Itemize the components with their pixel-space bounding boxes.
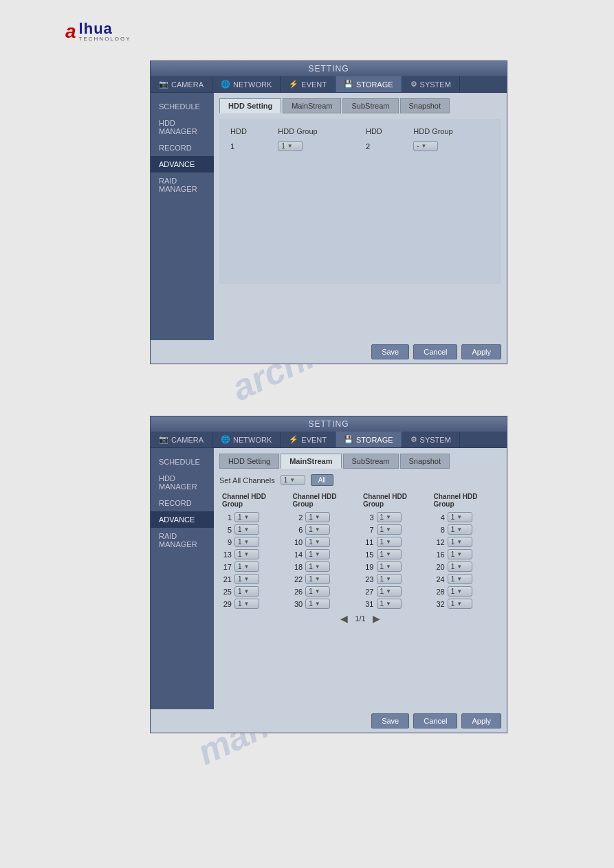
channel-dropdown-26[interactable]: 1 ▼ [305,586,330,597]
sidebar-hdd-manager[interactable]: HDD MANAGER [151,115,214,140]
channel-dropdown-24[interactable]: 1 ▼ [448,574,472,584]
nav2-event-label: EVENT [301,436,327,444]
channel-dropdown-31[interactable]: 1 ▼ [377,599,402,609]
dropdown-arrow-ch7: ▼ [386,526,391,533]
group1-dropdown[interactable]: 1 ▼ [272,138,360,154]
channel-dropdown-27[interactable]: 1 ▼ [377,586,402,597]
tab-snapshot[interactable]: Snapshot [400,98,450,113]
ch-header-4: Channel HDD Group [431,491,502,509]
channel-dropdown-29[interactable]: 1 ▼ [234,599,259,609]
channel-dropdown-30[interactable]: 1 ▼ [305,599,330,609]
channel-dropdown-16[interactable]: 1 ▼ [448,549,472,559]
next-page-button[interactable]: ▶ [373,613,380,624]
channel-dropdown-32[interactable]: 1 ▼ [448,599,472,609]
nav-network[interactable]: 🌐 NETWORK [212,76,281,92]
panel-1-title: SETTING [151,61,507,76]
apply-button[interactable]: Apply [461,344,501,359]
channel-dropdown-22[interactable]: 1 ▼ [305,574,330,584]
channel-cell-1: 1 1 ▼ [219,512,288,522]
channel-dropdown-12[interactable]: 1 ▼ [448,537,472,547]
channel-dropdown-21[interactable]: 1 ▼ [234,574,259,584]
tab-hdd-setting[interactable]: HDD Setting [219,98,281,113]
panel-1-content: SCHEDULE HDD MANAGER RECORD ADVANCE RAID… [151,93,507,340]
nav2-event[interactable]: ⚡ EVENT [281,432,336,447]
channel-dropdown-17[interactable]: 1 ▼ [234,561,259,572]
save2-button[interactable]: Save [371,713,409,728]
prev-page-button[interactable]: ◀ [340,613,348,624]
sidebar2-schedule[interactable]: SCHEDULE [151,454,214,470]
nav2-storage[interactable]: 💾 STORAGE [336,432,402,447]
channel-dropdown-1[interactable]: 1 ▼ [234,512,259,522]
dropdown-arrow: ▼ [287,143,293,149]
channel-dropdown-4[interactable]: 1 ▼ [448,512,472,522]
page-indicator: 1/1 [355,614,365,623]
sidebar2-hdd-manager[interactable]: HDD MANAGER [151,470,214,495]
channel-num-21: 21 [219,575,232,583]
cancel-button[interactable]: Cancel [413,344,457,359]
sidebar-record[interactable]: RECORD [151,140,214,156]
channel-dropdown-9[interactable]: 1 ▼ [234,537,259,547]
channel-dropdown-18[interactable]: 1 ▼ [305,561,330,572]
sidebar2-record[interactable]: RECORD [151,495,214,511]
tab-mainstream[interactable]: MainStream [283,98,341,113]
apply2-button[interactable]: Apply [461,713,501,728]
hdd1-val: 1 [225,138,272,154]
channel-cell-2: 2 1 ▼ [290,512,359,522]
channel-dropdown-25[interactable]: 1 ▼ [234,586,259,597]
sidebar2-advance[interactable]: ADVANCE [151,511,214,528]
all-button[interactable]: All [311,474,333,486]
channel-dropdown-13[interactable]: 1 ▼ [234,549,259,559]
channel-dropdown-15[interactable]: 1 ▼ [377,549,402,559]
channel-dropdown-20[interactable]: 1 ▼ [448,561,472,572]
channel-val-13: 1 [238,550,242,558]
nav-system[interactable]: ⚙ SYSTEM [402,76,460,92]
save-button[interactable]: Save [371,344,409,359]
channel-val-5: 1 [238,526,242,533]
cancel2-button[interactable]: Cancel [413,713,457,728]
set-all-value: 1 [284,476,288,484]
nav2-system[interactable]: ⚙ SYSTEM [402,432,460,447]
logo-main: lhua [79,21,131,36]
tab2-hdd-setting[interactable]: HDD Setting [219,454,279,469]
tab-substream[interactable]: SubStream [342,98,398,113]
nav2-camera-label: CAMERA [171,436,204,444]
channel-cell-19: 19 1 ▼ [362,561,430,572]
channel-cell-17: 17 1 ▼ [219,561,288,572]
channel-dropdown-28[interactable]: 1 ▼ [448,586,472,597]
channel-val-1: 1 [238,513,242,521]
channel-dropdown-6[interactable]: 1 ▼ [305,524,330,535]
tab2-snapshot[interactable]: Snapshot [400,454,450,469]
channel-dropdown-23[interactable]: 1 ▼ [377,574,402,584]
group2-dropdown[interactable]: - ▼ [408,138,496,154]
set-all-dropdown[interactable]: 1 ▼ [281,475,305,485]
sidebar-schedule[interactable]: SCHEDULE [151,98,214,115]
sidebar-advance[interactable]: ADVANCE [151,156,214,173]
tab2-substream[interactable]: SubStream [343,454,399,469]
panel-2: SETTING 📷 CAMERA 🌐 NETWORK ⚡ EVENT 💾 STO… [150,416,507,733]
dropdown-arrow-ch28: ▼ [457,588,462,594]
sidebar2-raid-manager[interactable]: RAID MANAGER [151,528,214,553]
nav2-storage-label: STORAGE [356,436,393,444]
channel-dropdown-19[interactable]: 1 ▼ [377,561,402,572]
channel-dropdown-8[interactable]: 1 ▼ [448,524,472,535]
channel-dropdown-5[interactable]: 1 ▼ [234,524,259,535]
channel-dropdown-11[interactable]: 1 ▼ [377,537,402,547]
channel-num-8: 8 [432,526,445,534]
channel-cell-4: 4 1 ▼ [432,512,501,522]
nav-camera[interactable]: 📷 CAMERA [151,76,212,92]
channel-num-12: 12 [432,538,445,546]
channel-dropdown-7[interactable]: 1 ▼ [377,524,402,535]
channel-dropdown-14[interactable]: 1 ▼ [305,549,330,559]
channel-dropdown-3[interactable]: 1 ▼ [377,512,402,522]
dropdown-arrow-ch25: ▼ [244,588,250,594]
nav2-network[interactable]: 🌐 NETWORK [212,432,281,447]
nav-storage[interactable]: 💾 STORAGE [336,76,402,92]
sidebar-raid-manager[interactable]: RAID MANAGER [151,173,214,197]
nav2-camera[interactable]: 📷 CAMERA [151,432,212,447]
channel-cell-6: 6 1 ▼ [290,524,359,535]
channel-dropdown-10[interactable]: 1 ▼ [305,537,330,547]
nav-event[interactable]: ⚡ EVENT [281,76,336,92]
tab2-mainstream[interactable]: MainStream [281,454,341,469]
nav-event-label: EVENT [301,80,327,89]
channel-dropdown-2[interactable]: 1 ▼ [305,512,330,522]
